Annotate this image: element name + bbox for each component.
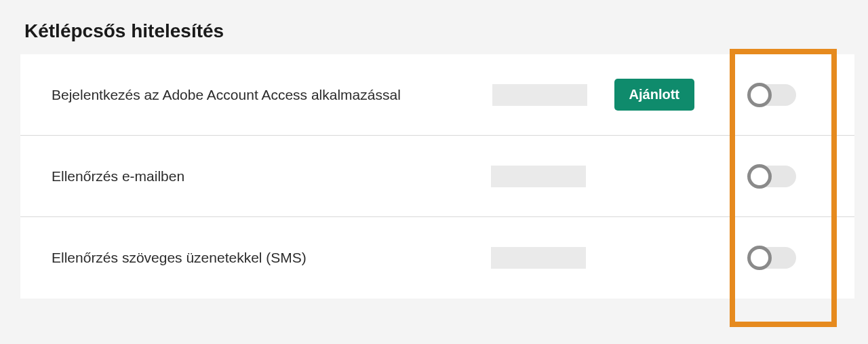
row-email-verification: Ellenőrzés e-mailben (20, 136, 854, 217)
toggle-knob-icon (747, 246, 772, 270)
row-label: Ellenőrzés e-mailben (52, 168, 184, 185)
row-adobe-account-access: Bejelentkezés az Adobe Account Access al… (20, 54, 854, 136)
toggle-email-verification[interactable] (749, 166, 796, 187)
placeholder-box (492, 84, 587, 106)
toggle-sms-verification[interactable] (749, 247, 796, 269)
recommended-badge: Ajánlott (614, 79, 694, 111)
row-label: Ellenőrzés szöveges üzenetekkel (SMS) (52, 250, 307, 266)
toggle-adobe-account-access[interactable] (749, 84, 796, 106)
placeholder-box (491, 166, 586, 187)
toggle-knob-icon (747, 83, 772, 107)
row-label: Bejelentkezés az Adobe Account Access al… (52, 87, 401, 103)
settings-card: Bejelentkezés az Adobe Account Access al… (20, 54, 854, 299)
toggle-knob-icon (747, 164, 772, 189)
section-title: Kétlépcsős hitelesítés (20, 20, 854, 42)
placeholder-box (491, 247, 586, 269)
row-sms-verification: Ellenőrzés szöveges üzenetekkel (SMS) (20, 217, 854, 299)
